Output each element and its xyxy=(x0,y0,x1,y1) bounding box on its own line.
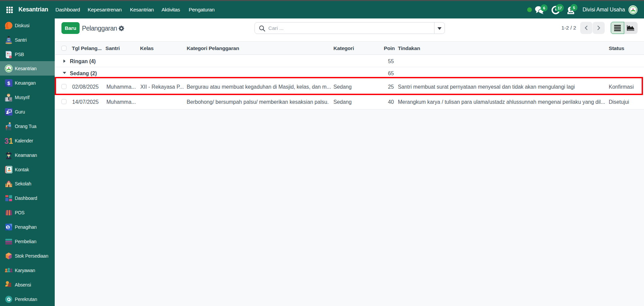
svg-text:3: 3 xyxy=(5,137,9,145)
svg-text:$: $ xyxy=(7,225,9,229)
svg-text:$: $ xyxy=(7,80,10,86)
svg-text:1: 1 xyxy=(9,137,13,145)
